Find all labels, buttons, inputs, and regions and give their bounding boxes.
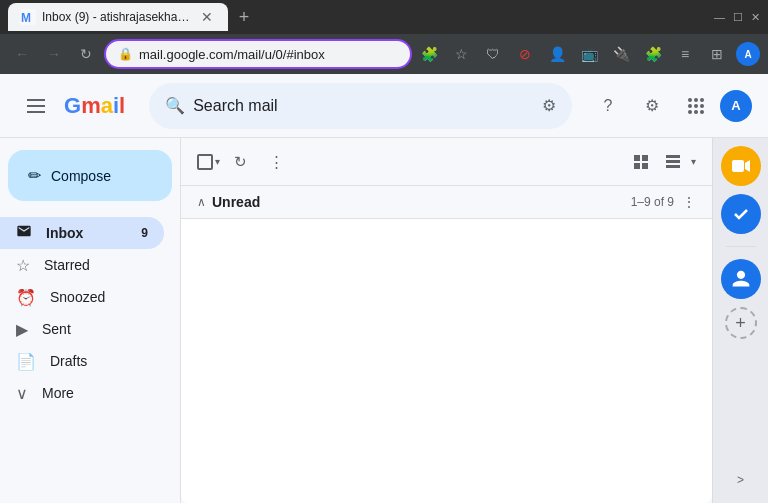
- svg-point-11: [688, 110, 692, 114]
- compose-pencil-icon: ✏: [28, 166, 41, 185]
- select-all-checkbox[interactable]: [197, 154, 213, 170]
- sidebar-item-more[interactable]: ∨ More: [0, 377, 164, 409]
- svg-point-9: [694, 104, 698, 108]
- stop-icon[interactable]: ⊘: [512, 41, 538, 67]
- mail-list-body: [181, 219, 712, 503]
- svg-point-6: [694, 98, 698, 102]
- list-view-button[interactable]: [659, 148, 687, 176]
- star-icon: ☆: [16, 256, 30, 275]
- add-app-button[interactable]: +: [725, 307, 757, 339]
- screen-cast-icon[interactable]: 📺: [576, 41, 602, 67]
- tasks-icon-button[interactable]: [721, 194, 761, 234]
- more-options-icon: ⋮: [269, 153, 284, 171]
- view-toggle: ▾: [627, 148, 696, 176]
- extensions-icon[interactable]: 🧩: [416, 41, 442, 67]
- svg-point-12: [694, 110, 698, 114]
- new-tab-button[interactable]: +: [232, 5, 256, 29]
- svg-rect-21: [732, 160, 744, 172]
- minimize-button[interactable]: —: [714, 11, 725, 23]
- compose-button[interactable]: ✏ Compose: [8, 150, 172, 201]
- expand-panel-button[interactable]: >: [729, 465, 752, 495]
- user-avatar[interactable]: A: [720, 90, 752, 122]
- forward-button[interactable]: →: [40, 40, 68, 68]
- gmail-app: Gmail 🔍 Search mail ⚙ ? ⚙: [0, 74, 768, 503]
- svg-rect-18: [666, 155, 680, 158]
- profile-icon[interactable]: 👤: [544, 41, 570, 67]
- search-tune-icon[interactable]: ⚙: [542, 96, 556, 115]
- section-more-button[interactable]: ⋮: [682, 194, 696, 210]
- svg-rect-20: [666, 165, 680, 168]
- more-icon: ∨: [16, 384, 28, 403]
- tab-bar: M Inbox (9) - atishrajasekharan@g... ✕ +…: [0, 0, 768, 34]
- section-count: 1–9 of 9: [631, 195, 674, 209]
- tab-title: Inbox (9) - atishrajasekharan@g...: [42, 10, 192, 24]
- inbox-icon: [16, 223, 32, 243]
- svg-point-5: [688, 98, 692, 102]
- puzzle-icon[interactable]: 🧩: [640, 41, 666, 67]
- section-title: Unread: [212, 194, 631, 210]
- tab-bar-controls: — ☐ ✕: [714, 11, 760, 24]
- lock-icon: 🔒: [118, 47, 133, 61]
- refresh-icon: ↻: [234, 153, 247, 171]
- address-bar: ← → ↻ 🔒 mail.google.com/mail/u/0/#inbox …: [0, 34, 768, 74]
- reload-button[interactable]: ↻: [72, 40, 100, 68]
- profile-avatar[interactable]: A: [736, 42, 760, 66]
- svg-point-10: [700, 104, 704, 108]
- grid-icon[interactable]: ⊞: [704, 41, 730, 67]
- gmail-body: ✏ Compose Inbox 9 ☆ Starred: [0, 138, 768, 503]
- sidebar-item-starred[interactable]: ☆ Starred: [0, 249, 164, 281]
- sent-icon: ▶: [16, 320, 28, 339]
- svg-rect-16: [634, 163, 640, 169]
- sidebar-item-sent[interactable]: ▶ Sent: [0, 313, 164, 345]
- snoozed-icon: ⏰: [16, 288, 36, 307]
- settings-button[interactable]: ⚙: [632, 86, 672, 126]
- view-dropdown-arrow[interactable]: ▾: [691, 156, 696, 167]
- sidebar-item-drafts[interactable]: 📄 Drafts: [0, 345, 164, 377]
- svg-rect-2: [27, 99, 45, 101]
- meet-icon-button[interactable]: [721, 146, 761, 186]
- svg-rect-19: [666, 160, 680, 163]
- svg-rect-3: [27, 105, 45, 107]
- help-button[interactable]: ?: [588, 86, 628, 126]
- grid-view-button[interactable]: [627, 148, 655, 176]
- address-bar-icons: 🧩 ☆ 🛡 ⊘ 👤 📺 🔌 🧩 ≡ ⊞ A: [416, 41, 760, 67]
- extensions2-icon[interactable]: 🔌: [608, 41, 634, 67]
- section-expand-button[interactable]: ∧: [197, 195, 206, 209]
- menu-button[interactable]: [16, 86, 56, 126]
- refresh-button[interactable]: ↻: [224, 146, 256, 178]
- select-all-area: ▾: [197, 154, 220, 170]
- header-icons: ? ⚙ A: [588, 86, 752, 126]
- restore-button[interactable]: ☐: [733, 11, 743, 24]
- more-options-button[interactable]: ⋮: [260, 146, 292, 178]
- sent-label: Sent: [42, 321, 148, 337]
- search-bar[interactable]: 🔍 Search mail ⚙: [149, 83, 572, 129]
- bookmark-list-icon[interactable]: ≡: [672, 41, 698, 67]
- starred-label: Starred: [44, 257, 148, 273]
- tab-close-button[interactable]: ✕: [198, 8, 216, 26]
- back-button[interactable]: ←: [8, 40, 36, 68]
- contacts-icon-button[interactable]: [721, 259, 761, 299]
- svg-rect-15: [642, 155, 648, 161]
- url-text: mail.google.com/mail/u/0/#inbox: [139, 47, 398, 62]
- compose-label: Compose: [51, 168, 111, 184]
- bookmark-star-icon[interactable]: ☆: [448, 41, 474, 67]
- search-icon: 🔍: [165, 96, 185, 115]
- shield-icon[interactable]: 🛡: [480, 41, 506, 67]
- mail-section-header: ∧ Unread 1–9 of 9 ⋮: [181, 186, 712, 219]
- inbox-label: Inbox: [46, 225, 127, 241]
- sidebar-item-snoozed[interactable]: ⏰ Snoozed: [0, 281, 164, 313]
- drafts-label: Drafts: [50, 353, 148, 369]
- apps-button[interactable]: [676, 86, 716, 126]
- tab-favicon: M: [20, 9, 36, 25]
- sidebar-item-inbox[interactable]: Inbox 9: [0, 217, 164, 249]
- more-label: More: [42, 385, 148, 401]
- drafts-icon: 📄: [16, 352, 36, 371]
- omnibox[interactable]: 🔒 mail.google.com/mail/u/0/#inbox: [104, 39, 412, 69]
- active-tab[interactable]: M Inbox (9) - atishrajasekharan@g... ✕: [8, 3, 228, 31]
- select-dropdown-arrow[interactable]: ▾: [215, 156, 220, 167]
- svg-point-7: [700, 98, 704, 102]
- snoozed-label: Snoozed: [50, 289, 148, 305]
- inbox-badge: 9: [141, 226, 148, 240]
- svg-rect-17: [642, 163, 648, 169]
- close-button[interactable]: ✕: [751, 11, 760, 24]
